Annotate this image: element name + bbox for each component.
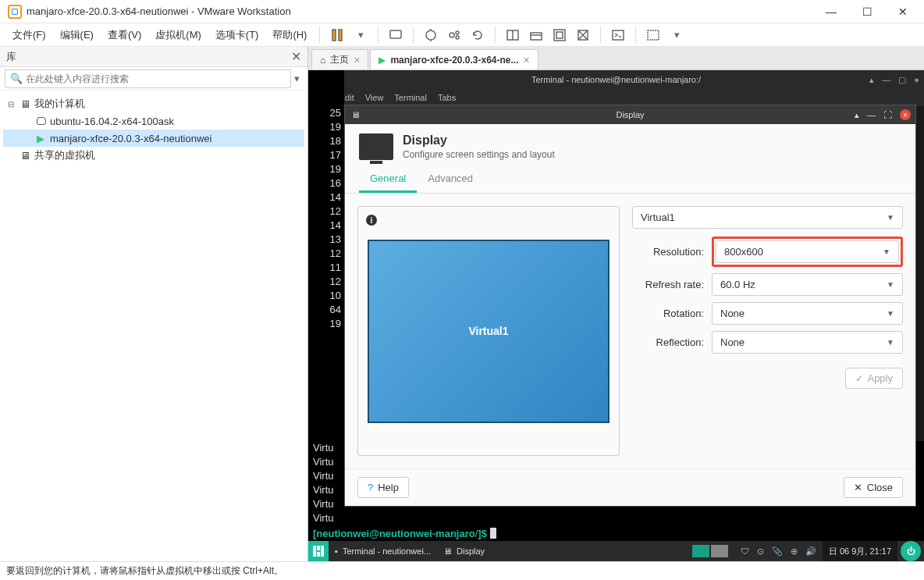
taskbar-display[interactable]: 🖥 Display bbox=[437, 541, 491, 561]
search-dropdown-icon[interactable]: ▾ bbox=[291, 73, 303, 84]
tab-general[interactable]: General bbox=[359, 166, 417, 193]
check-icon: ✓ bbox=[855, 372, 864, 384]
svg-rect-16 bbox=[313, 546, 316, 557]
tab-vm[interactable]: ▶ manjaro-xfce-20.0.3-x64-ne... × bbox=[370, 49, 538, 69]
menu-tabs[interactable]: 选项卡(T) bbox=[209, 25, 265, 45]
tree-my-computer[interactable]: ⊟ 🖥 我的计算机 bbox=[3, 95, 304, 112]
refresh-select[interactable]: 60.0 Hz ▼ bbox=[712, 273, 903, 296]
close-button[interactable]: ✕ bbox=[885, 0, 921, 23]
disp-min-icon[interactable]: — bbox=[867, 110, 876, 119]
status-text: 要返回到您的计算机，请将鼠标指针从虚拟机中移出或按 Ctrl+Alt。 bbox=[6, 564, 283, 578]
taskbar-terminal[interactable]: ▪ Terminal - neutionwei... bbox=[329, 541, 437, 561]
pause-icon[interactable] bbox=[326, 24, 348, 46]
minimize-button[interactable]: — bbox=[813, 0, 849, 23]
monitor-select[interactable]: Virtual1 ▼ bbox=[632, 206, 903, 229]
terminal-menu: File Edit View Terminal Tabs bbox=[308, 89, 924, 106]
start-button[interactable] bbox=[308, 541, 329, 561]
search-input[interactable]: 🔍 bbox=[5, 69, 291, 88]
svg-point-5 bbox=[456, 31, 459, 34]
close-button[interactable]: ✕ Close bbox=[844, 477, 903, 498]
unity-icon[interactable] bbox=[525, 24, 547, 46]
display-title-icon: 🖥 bbox=[351, 110, 360, 119]
svg-point-4 bbox=[450, 33, 454, 37]
library-sidebar: 库 ✕ 🔍 ▾ ⊟ 🖥 我的计算机 🖵 ubuntu-16.04.2-x64-1… bbox=[0, 47, 308, 561]
menu-vm[interactable]: 虚拟机(M) bbox=[149, 25, 208, 45]
screenshot-icon[interactable] bbox=[642, 24, 664, 46]
disk-icon[interactable]: ⊙ bbox=[757, 546, 764, 557]
term-max-icon[interactable]: ▢ bbox=[898, 75, 906, 85]
terminal-titlebar[interactable]: Terminal - neutionwei@neutionwei-manjaro… bbox=[308, 70, 924, 89]
term-close-icon[interactable]: ● bbox=[914, 75, 919, 85]
menu-help[interactable]: 帮助(H) bbox=[266, 25, 313, 45]
term-up-icon[interactable]: ▴ bbox=[869, 75, 874, 85]
tree-shared-vms[interactable]: 🖥 共享的虚拟机 bbox=[3, 147, 304, 164]
svg-rect-9 bbox=[531, 33, 542, 40]
tab-row: ⌂ 主页 × ▶ manjaro-xfce-20.0.3-x64-ne... × bbox=[308, 47, 924, 70]
refresh-label: Refresh rate: bbox=[632, 279, 704, 290]
vm-screen[interactable]: Terminal - neutionwei@neutionwei-manjaro… bbox=[308, 70, 924, 561]
search-text[interactable] bbox=[26, 73, 286, 84]
console-view-icon[interactable] bbox=[549, 24, 570, 46]
shield-icon[interactable]: 🛡 bbox=[741, 546, 749, 556]
disp-max-icon[interactable]: ⛶ bbox=[883, 110, 892, 119]
term-menu-view[interactable]: View bbox=[365, 93, 384, 102]
help-button[interactable]: ? Help bbox=[357, 477, 409, 498]
tree-vm-manjaro[interactable]: ▶ manjaro-xfce-20.0.3-x64-neutionwei bbox=[3, 130, 304, 147]
menu-file[interactable]: 文件(F) bbox=[6, 25, 52, 45]
send-ctrl-alt-del-icon[interactable] bbox=[385, 24, 407, 46]
tab-close-icon[interactable]: × bbox=[524, 54, 530, 66]
power-button[interactable]: ⏻ bbox=[901, 541, 921, 561]
svg-rect-1 bbox=[339, 30, 342, 41]
chevron-down-icon: ▼ bbox=[887, 309, 894, 318]
system-tray: 🛡 ⊙ 📎 ⊕ 🔊 bbox=[734, 546, 823, 557]
svg-point-3 bbox=[426, 30, 435, 40]
reflection-label: Reflection: bbox=[632, 336, 704, 348]
tab-advanced[interactable]: Advanced bbox=[417, 166, 484, 193]
clipboard-icon[interactable]: 📎 bbox=[772, 546, 783, 557]
snapshot-icon[interactable] bbox=[420, 24, 442, 46]
disp-close-icon[interactable]: × bbox=[900, 109, 911, 120]
snapshot-manage-icon[interactable] bbox=[443, 24, 465, 46]
maximize-button[interactable]: ☐ bbox=[849, 0, 885, 23]
volume-icon[interactable]: 🔊 bbox=[805, 546, 816, 557]
menu-view[interactable]: 查看(V) bbox=[101, 25, 147, 45]
console-icon[interactable] bbox=[607, 24, 629, 46]
window-title: manjaro-xfce-20.0.3-x64-neutionwei - VMw… bbox=[27, 5, 813, 17]
tab-close-icon[interactable]: × bbox=[354, 54, 360, 66]
snapshot-revert-icon[interactable] bbox=[467, 24, 489, 46]
apply-button[interactable]: ✓ Apply bbox=[845, 368, 903, 389]
term-menu-terminal[interactable]: Terminal bbox=[394, 93, 427, 102]
network-icon[interactable]: ⊕ bbox=[791, 546, 798, 557]
svg-rect-15 bbox=[648, 30, 659, 40]
reflection-select[interactable]: None ▼ bbox=[712, 331, 903, 354]
tree-vm-ubuntu[interactable]: 🖵 ubuntu-16.04.2-x64-100ask bbox=[3, 112, 304, 130]
monitor-large-icon bbox=[359, 133, 393, 160]
svg-rect-18 bbox=[317, 552, 320, 557]
dropdown-icon[interactable]: ▾ bbox=[350, 24, 371, 46]
library-title: 库 bbox=[6, 50, 16, 64]
tab-home[interactable]: ⌂ 主页 × bbox=[311, 49, 368, 69]
close-icon: ✕ bbox=[854, 482, 862, 493]
info-icon[interactable]: i bbox=[366, 215, 377, 226]
display-titlebar[interactable]: 🖥 Display ▴ — ⛶ × bbox=[345, 105, 915, 124]
resolution-select[interactable]: 800x600 ▼ bbox=[716, 240, 899, 263]
vmware-icon bbox=[8, 5, 22, 19]
stretch-icon[interactable] bbox=[572, 24, 594, 46]
library-close-icon[interactable]: ✕ bbox=[291, 49, 301, 64]
search-icon: 🔍 bbox=[10, 73, 23, 84]
term-min-icon[interactable]: — bbox=[882, 75, 890, 85]
fullscreen-icon[interactable] bbox=[502, 24, 524, 46]
workspace-switcher[interactable] bbox=[686, 541, 734, 561]
home-icon: ⌂ bbox=[320, 55, 325, 66]
term-menu-tabs[interactable]: Tabs bbox=[438, 93, 456, 102]
terminal-prompt[interactable]: [neutionwei@neutionwei-manjaro / ]$ bbox=[308, 525, 924, 541]
dropdown-icon[interactable]: ▾ bbox=[666, 24, 688, 46]
chevron-down-icon: ▼ bbox=[887, 213, 894, 222]
svg-rect-17 bbox=[317, 546, 320, 550]
rotation-select[interactable]: None ▼ bbox=[712, 302, 903, 325]
display-settings-window: 🖥 Display ▴ — ⛶ × Display Configure scre… bbox=[344, 105, 916, 507]
menu-edit[interactable]: 编辑(E) bbox=[54, 25, 100, 45]
clock[interactable]: 日 06 9月, 21:17 bbox=[823, 541, 897, 561]
preview-monitor[interactable]: Virtual1 bbox=[368, 240, 609, 423]
disp-up-icon[interactable]: ▴ bbox=[855, 110, 859, 120]
